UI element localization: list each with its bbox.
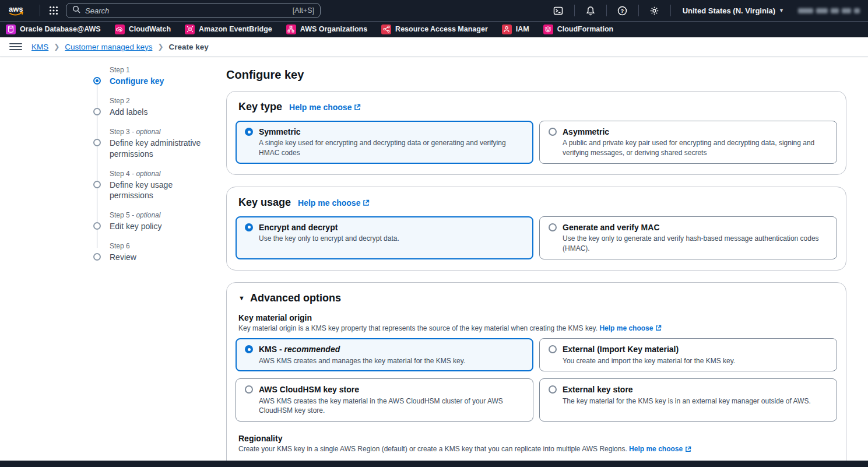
radio-unchecked-icon xyxy=(549,128,557,136)
favorite-cloudwatch[interactable]: CloudWatch xyxy=(115,24,171,34)
search-input[interactable] xyxy=(85,6,288,15)
key-type-option-symmetric[interactable]: Symmetric A single key used for encrypti… xyxy=(236,121,533,164)
account-menu-redacted[interactable] xyxy=(798,8,860,13)
step-circle-icon xyxy=(93,253,101,261)
divider xyxy=(40,5,40,16)
divider xyxy=(606,5,607,16)
database-icon xyxy=(6,24,16,34)
favorites-bar: Oracle Database@AWS CloudWatch Amazon Ev… xyxy=(0,22,868,37)
aws-logo[interactable]: aws xyxy=(7,3,28,17)
divider xyxy=(670,5,671,16)
breadcrumb-customer-managed-keys[interactable]: Customer managed keys xyxy=(65,43,152,51)
organizations-icon xyxy=(286,24,296,34)
notifications-bell-icon[interactable] xyxy=(581,3,600,18)
step-circle-icon xyxy=(93,108,101,115)
breadcrumb-create-key: Create key xyxy=(168,43,208,51)
favorite-iam[interactable]: IAM xyxy=(502,24,529,34)
radio-unchecked-icon xyxy=(549,385,557,394)
search-icon xyxy=(72,5,80,16)
key-type-help-me-choose-link[interactable]: Help me choose xyxy=(289,103,361,112)
key-usage-card: Key usage Help me choose Encrypt and dec… xyxy=(226,187,846,271)
step-review[interactable]: Step 6 Review xyxy=(93,242,215,263)
step-circle-icon xyxy=(93,181,101,188)
key-material-option-cloudhsm[interactable]: AWS CloudHSM key store AWS KMS creates t… xyxy=(236,378,533,422)
cloudformation-icon xyxy=(543,24,553,34)
key-usage-title: Key usage xyxy=(238,196,291,209)
main-panel: Configure key Key type Help me choose Sy… xyxy=(226,57,868,467)
radio-checked-icon xyxy=(245,128,253,136)
step-configure-key[interactable]: Step 1 Configure key xyxy=(93,66,215,87)
key-material-option-kms[interactable]: KMS - recommended AWS KMS creates and ma… xyxy=(236,338,533,371)
key-usage-help-me-choose-link[interactable]: Help me choose xyxy=(298,198,370,208)
key-material-option-external-key-store[interactable]: External key store The key material for … xyxy=(539,378,837,422)
step-define-key-usage-permissions[interactable]: Step 4 - optional Define key usage permi… xyxy=(93,170,215,202)
step-circle-icon xyxy=(93,222,101,230)
search-shortcut-hint: [Alt+S] xyxy=(293,6,314,15)
divider xyxy=(574,5,575,16)
external-link-icon xyxy=(363,199,370,206)
external-link-icon xyxy=(354,104,361,111)
favorite-cloudformation[interactable]: CloudFormation xyxy=(543,24,614,34)
key-usage-option-encrypt-decrypt[interactable]: Encrypt and decrypt Use the key only to … xyxy=(236,216,533,259)
wizard-steps-nav: Step 1 Configure key Step 2 Add labels S… xyxy=(0,57,226,273)
favorite-eventbridge[interactable]: Amazon EventBridge xyxy=(185,24,272,34)
key-type-option-asymmetric[interactable]: Asymmetric A public and private key pair… xyxy=(539,121,837,164)
breadcrumb-bar: KMS ❯ Customer managed keys ❯ Create key xyxy=(0,37,868,57)
advanced-options-card: ▼ Advanced options Key material origin K… xyxy=(226,282,846,467)
external-link-icon xyxy=(685,446,691,452)
radio-checked-icon xyxy=(245,345,253,353)
divider xyxy=(638,5,639,16)
radio-checked-icon xyxy=(245,223,253,231)
step-circle-icon xyxy=(93,139,101,146)
key-material-origin-description: Key material origin is a KMS key propert… xyxy=(238,324,834,333)
chevron-down-icon: ▼ xyxy=(779,8,784,13)
regionality-help-me-choose-link[interactable]: Help me choose xyxy=(629,444,691,454)
key-usage-option-generate-verify-mac[interactable]: Generate and verify MAC Use the key only… xyxy=(539,216,837,259)
key-material-option-external-import[interactable]: External (Import Key material) You creat… xyxy=(539,338,837,371)
favorite-organizations[interactable]: AWS Organizations xyxy=(286,24,367,34)
side-menu-icon[interactable] xyxy=(9,43,22,50)
caret-down-icon: ▼ xyxy=(238,294,245,301)
breadcrumb-kms[interactable]: KMS xyxy=(31,43,48,51)
page-title: Configure key xyxy=(226,68,846,82)
page-content: Step 1 Configure key Step 2 Add labels S… xyxy=(0,57,868,467)
radio-unchecked-icon xyxy=(245,385,253,394)
help-icon[interactable]: ? xyxy=(613,3,632,18)
step-add-labels[interactable]: Step 2 Add labels xyxy=(93,97,215,118)
settings-gear-icon[interactable] xyxy=(645,3,665,18)
cloudshell-icon[interactable] xyxy=(549,3,568,18)
regionality-label: Regionality xyxy=(238,434,834,443)
regionality-description: Create your KMS key in a single AWS Regi… xyxy=(238,444,834,454)
global-search[interactable]: [Alt+S] xyxy=(66,3,321,18)
step-define-key-administrative-permissions[interactable]: Step 3 - optional Define key administrat… xyxy=(93,128,215,160)
ram-icon xyxy=(381,24,391,34)
key-type-card: Key type Help me choose Symmetric A sing… xyxy=(226,91,846,175)
eventbridge-icon xyxy=(185,24,195,34)
console-footer-bar xyxy=(0,461,868,467)
region-selector[interactable]: United States (N. Virginia) ▼ xyxy=(677,6,790,15)
advanced-options-expander[interactable]: ▼ Advanced options xyxy=(236,292,837,304)
radio-unchecked-icon xyxy=(549,223,557,231)
radio-unchecked-icon xyxy=(549,345,557,353)
chevron-right-icon: ❯ xyxy=(157,43,163,51)
step-edit-key-policy[interactable]: Step 5 - optional Edit key policy xyxy=(93,211,215,232)
favorite-oracle-database[interactable]: Oracle Database@AWS xyxy=(6,24,101,34)
external-link-icon xyxy=(655,325,662,331)
key-type-title: Key type xyxy=(238,101,282,113)
key-material-origin-label: Key material origin xyxy=(238,313,834,322)
svg-text:?: ? xyxy=(621,8,624,14)
region-label: United States (N. Virginia) xyxy=(683,6,775,15)
favorite-resource-access-manager[interactable]: Resource Access Manager xyxy=(381,24,488,34)
top-navigation: aws [Alt+S] xyxy=(0,0,868,22)
key-material-help-me-choose-link[interactable]: Help me choose xyxy=(599,324,662,333)
iam-icon xyxy=(502,24,512,34)
chevron-right-icon: ❯ xyxy=(54,43,59,51)
services-grid-icon[interactable] xyxy=(46,3,61,18)
cloudwatch-icon xyxy=(115,24,125,34)
step-active-radio-icon xyxy=(93,77,101,85)
